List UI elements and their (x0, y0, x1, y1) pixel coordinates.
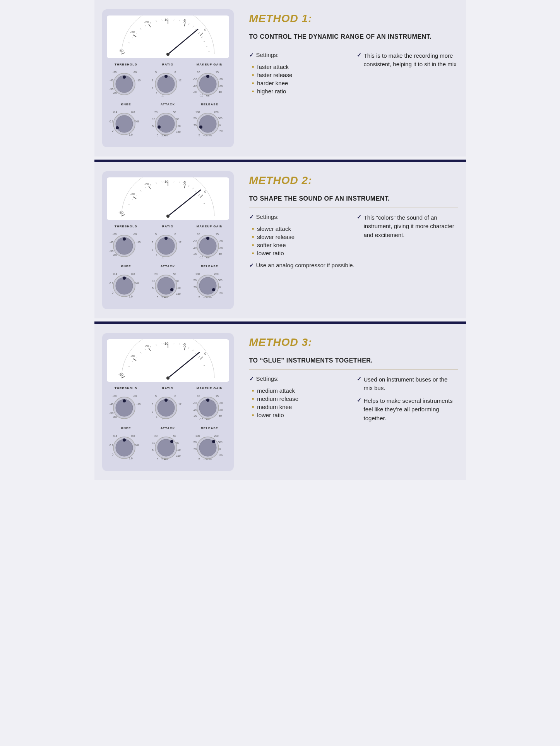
knobs-row-1: THRESHOLD -30 -20 -10 -40 -50 dB (107, 63, 229, 99)
svg-point-100 (199, 115, 216, 132)
svg-text:dB: dB (113, 92, 117, 95)
svg-text:-40: -40 (110, 403, 113, 406)
knee-group-1: KNEE 0.4 0.6 0.8 0.2 0 1.0 (107, 103, 146, 139)
method2-left-col: ✓ Settings: slower attack slower release… (249, 213, 351, 258)
svg-point-74 (116, 115, 133, 132)
check-icon-2a: ✓ (249, 262, 254, 268)
release-label-1: RELEASE (201, 103, 218, 106)
knobs-row-4: KNEE 0.4 0.6 0.8 0.2 0 1.0 ATTACK 20 5 (107, 265, 229, 301)
svg-text:8: 8 (175, 233, 176, 235)
method2-right-col: ✓ This “colors” the sound of an instrume… (357, 213, 458, 258)
svg-text:0.2: 0.2 (110, 444, 113, 447)
method1-content: METHOD 1: TO CONTROL THE DYNAMIC RANGE O… (243, 9, 458, 99)
svg-point-164 (199, 237, 216, 254)
knee-label-3: KNEE (121, 426, 131, 430)
svg-text:5: 5 (152, 449, 154, 451)
svg-text:0.8: 0.8 (135, 120, 139, 123)
svg-text:-50: -50 (110, 88, 113, 91)
method1-right-col: ✓ This is to make the recording more con… (357, 52, 458, 96)
release-label-2: RELEASE (201, 265, 218, 268)
attack-label-1: ATTACK (161, 103, 175, 106)
svg-text:20: 20 (154, 273, 158, 275)
svg-text:-20: -20 (144, 20, 149, 24)
list-item: lower ratio (252, 412, 351, 418)
svg-text:50: 50 (173, 111, 176, 113)
method3-right-text-1: Used on instrument buses or the mix bus. (364, 375, 458, 393)
svg-text:2: 2 (152, 87, 153, 89)
svg-point-165 (206, 237, 209, 240)
svg-text:5: 5 (152, 125, 154, 127)
svg-text:20: 20 (154, 111, 158, 113)
method3-two-col: ✓ Settings: medium attack medium release… (249, 375, 458, 426)
ratio-label-2: RATIO (162, 225, 173, 228)
list-item: faster attack (252, 64, 351, 70)
svg-text:12: 12 (178, 79, 182, 82)
method1-subtitle: TO CONTROL THE DYNAMIC RANGE OF AN INSTR… (249, 33, 458, 41)
check-icon-3r1: ✓ (357, 376, 361, 382)
check-icon-3r2: ✓ (357, 397, 361, 403)
svg-text:3: 3 (152, 79, 153, 82)
attack-group-3: ATTACK 20 50 80 10 5 120 160 0 200 ms (149, 426, 187, 462)
svg-text:40: 40 (219, 414, 222, 417)
makeup-group-3: MAKEUP GAIN 10 15 -20 -10 -20 -30 -30 40… (190, 387, 229, 423)
knee-group-3: KNEE 0.4 0.6 0.8 0.2 0 1.0 (107, 426, 146, 462)
svg-text:~2K: ~2K (218, 130, 223, 132)
svg-text:200: 200 (214, 111, 219, 113)
method2-right-text: This “colors” the sound of an instrument… (364, 213, 458, 240)
method3-right-row-1: ✓ Used on instrument buses or the mix bu… (357, 375, 458, 393)
knobs-row-3: THRESHOLD -30 -20 -10 -40 -50 dB RATIO 5 (107, 225, 229, 261)
svg-point-52 (158, 76, 175, 93)
svg-point-88 (158, 125, 161, 129)
svg-text:~2K: ~2K (218, 454, 223, 456)
method3-bullet-list: medium attack medium release medium knee… (252, 387, 351, 418)
method3-content: METHOD 3: TO “GLUE” INSTRUMENTS TOGETHER… (243, 333, 458, 429)
vu-meter-1: -50 -30 -20 -10 -5 0 (107, 15, 229, 58)
ratio-group-2: RATIO 5 8 12 3 2 1 :1 (149, 225, 187, 261)
svg-text:500: 500 (218, 117, 223, 120)
svg-point-151 (158, 237, 175, 254)
svg-text:3: 3 (152, 241, 153, 244)
svg-text:-40: -40 (110, 79, 113, 82)
svg-text:40: 40 (219, 91, 222, 93)
svg-text:15: 15 (216, 395, 219, 397)
knobs-row-5: THRESHOLD -30 -20 -10 -40 -50 dB RATIO 5 (107, 387, 229, 423)
method1-right-text: This is to make the recording more consi… (364, 52, 458, 69)
svg-point-263 (199, 399, 216, 416)
svg-text:0.4: 0.4 (113, 435, 117, 437)
compressor-panel-1: -50 -30 -20 -10 -5 0 (102, 9, 234, 147)
svg-text:-20: -20 (144, 182, 149, 186)
svg-text:-20: -20 (193, 409, 197, 411)
svg-text:3: 3 (152, 403, 153, 406)
release-group-2: RELEASE 100 200 500 50 20 1K ~2K 5 ~5K m… (190, 265, 229, 301)
svg-text:0: 0 (112, 291, 113, 294)
svg-text:-10: -10 (163, 18, 168, 22)
threshold-group-1: THRESHOLD -30 -20 -10 -40 -50 dB (107, 63, 146, 99)
svg-text:-50: -50 (118, 373, 123, 376)
list-item: slower release (252, 234, 351, 240)
svg-text:1: 1 (156, 254, 158, 256)
method1-section: -50 -30 -20 -10 -5 0 (94, 0, 466, 156)
svg-text:20: 20 (194, 124, 197, 127)
svg-text:0.6: 0.6 (131, 435, 135, 437)
svg-text:50: 50 (173, 435, 176, 437)
check-icon-3: ✓ (249, 376, 254, 382)
svg-text:-10: -10 (193, 240, 197, 242)
svg-text:10: 10 (152, 280, 155, 282)
svg-text:0.6: 0.6 (131, 273, 135, 275)
threshold-group-2: THRESHOLD -30 -20 -10 -40 -50 dB (107, 225, 146, 261)
svg-text:0.6: 0.6 (131, 111, 135, 113)
svg-point-299 (212, 440, 215, 443)
method3-section: -50 -30 -20 -10 -5 0 (94, 324, 466, 480)
svg-text:-20: -20 (133, 233, 137, 235)
threshold-label-2: THRESHOLD (115, 225, 137, 228)
divider3 (249, 352, 458, 352)
compressor-panel-2: -50 -30 -20 -10 -5 0 (102, 171, 234, 309)
vu-meter-2: -50 -30 -20 -10 -5 0 (107, 177, 229, 220)
svg-text:40: 40 (219, 253, 222, 255)
attack-group-1: ATTACK 20 50 80 10 5 120 160 0 200 ms (149, 103, 187, 139)
makeup-group-2: MAKEUP GAIN 10 15 -20 -10 -20 -30 -30 40… (190, 225, 229, 261)
svg-point-116 (166, 215, 170, 218)
svg-text:-20: -20 (144, 344, 149, 348)
svg-point-66 (206, 75, 209, 78)
svg-text:5: 5 (152, 287, 154, 289)
